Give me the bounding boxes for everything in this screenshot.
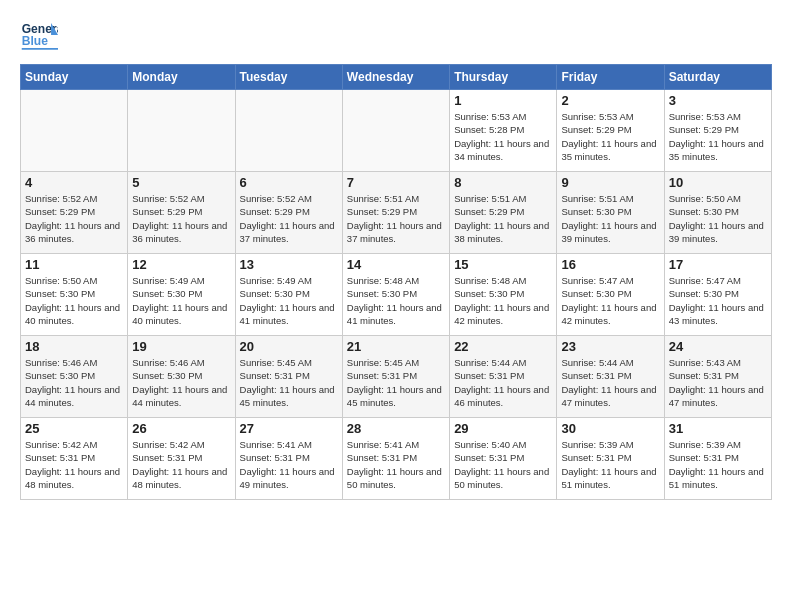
calendar-cell: 24Sunrise: 5:43 AM Sunset: 5:31 PM Dayli… bbox=[664, 336, 771, 418]
calendar-cell: 20Sunrise: 5:45 AM Sunset: 5:31 PM Dayli… bbox=[235, 336, 342, 418]
day-number: 6 bbox=[240, 175, 338, 190]
calendar-cell: 22Sunrise: 5:44 AM Sunset: 5:31 PM Dayli… bbox=[450, 336, 557, 418]
calendar-cell: 11Sunrise: 5:50 AM Sunset: 5:30 PM Dayli… bbox=[21, 254, 128, 336]
day-info: Sunrise: 5:49 AM Sunset: 5:30 PM Dayligh… bbox=[240, 274, 338, 327]
weekday-header-row: SundayMondayTuesdayWednesdayThursdayFrid… bbox=[21, 65, 772, 90]
day-info: Sunrise: 5:43 AM Sunset: 5:31 PM Dayligh… bbox=[669, 356, 767, 409]
calendar-cell: 9Sunrise: 5:51 AM Sunset: 5:30 PM Daylig… bbox=[557, 172, 664, 254]
calendar-cell: 1Sunrise: 5:53 AM Sunset: 5:28 PM Daylig… bbox=[450, 90, 557, 172]
day-number: 1 bbox=[454, 93, 552, 108]
day-number: 3 bbox=[669, 93, 767, 108]
day-info: Sunrise: 5:39 AM Sunset: 5:31 PM Dayligh… bbox=[669, 438, 767, 491]
calendar-cell: 13Sunrise: 5:49 AM Sunset: 5:30 PM Dayli… bbox=[235, 254, 342, 336]
week-row-1: 1Sunrise: 5:53 AM Sunset: 5:28 PM Daylig… bbox=[21, 90, 772, 172]
day-number: 30 bbox=[561, 421, 659, 436]
day-number: 11 bbox=[25, 257, 123, 272]
day-number: 10 bbox=[669, 175, 767, 190]
day-number: 26 bbox=[132, 421, 230, 436]
weekday-header-saturday: Saturday bbox=[664, 65, 771, 90]
calendar-cell: 17Sunrise: 5:47 AM Sunset: 5:30 PM Dayli… bbox=[664, 254, 771, 336]
calendar-cell: 8Sunrise: 5:51 AM Sunset: 5:29 PM Daylig… bbox=[450, 172, 557, 254]
day-info: Sunrise: 5:53 AM Sunset: 5:29 PM Dayligh… bbox=[561, 110, 659, 163]
calendar-cell: 2Sunrise: 5:53 AM Sunset: 5:29 PM Daylig… bbox=[557, 90, 664, 172]
calendar-cell: 16Sunrise: 5:47 AM Sunset: 5:30 PM Dayli… bbox=[557, 254, 664, 336]
weekday-header-wednesday: Wednesday bbox=[342, 65, 449, 90]
day-number: 19 bbox=[132, 339, 230, 354]
day-info: Sunrise: 5:51 AM Sunset: 5:29 PM Dayligh… bbox=[454, 192, 552, 245]
calendar-cell: 19Sunrise: 5:46 AM Sunset: 5:30 PM Dayli… bbox=[128, 336, 235, 418]
day-info: Sunrise: 5:48 AM Sunset: 5:30 PM Dayligh… bbox=[347, 274, 445, 327]
week-row-2: 4Sunrise: 5:52 AM Sunset: 5:29 PM Daylig… bbox=[21, 172, 772, 254]
day-number: 20 bbox=[240, 339, 338, 354]
day-info: Sunrise: 5:51 AM Sunset: 5:29 PM Dayligh… bbox=[347, 192, 445, 245]
day-number: 5 bbox=[132, 175, 230, 190]
day-info: Sunrise: 5:45 AM Sunset: 5:31 PM Dayligh… bbox=[347, 356, 445, 409]
calendar-cell bbox=[235, 90, 342, 172]
weekday-header-monday: Monday bbox=[128, 65, 235, 90]
calendar-cell: 25Sunrise: 5:42 AM Sunset: 5:31 PM Dayli… bbox=[21, 418, 128, 500]
day-info: Sunrise: 5:47 AM Sunset: 5:30 PM Dayligh… bbox=[561, 274, 659, 327]
day-number: 21 bbox=[347, 339, 445, 354]
calendar-cell: 10Sunrise: 5:50 AM Sunset: 5:30 PM Dayli… bbox=[664, 172, 771, 254]
day-info: Sunrise: 5:50 AM Sunset: 5:30 PM Dayligh… bbox=[669, 192, 767, 245]
page: General Blue SundayMondayTuesdayWednesda… bbox=[0, 0, 792, 612]
calendar-cell: 5Sunrise: 5:52 AM Sunset: 5:29 PM Daylig… bbox=[128, 172, 235, 254]
calendar-cell: 21Sunrise: 5:45 AM Sunset: 5:31 PM Dayli… bbox=[342, 336, 449, 418]
day-number: 17 bbox=[669, 257, 767, 272]
logo: General Blue bbox=[20, 16, 62, 54]
calendar-cell: 12Sunrise: 5:49 AM Sunset: 5:30 PM Dayli… bbox=[128, 254, 235, 336]
day-number: 16 bbox=[561, 257, 659, 272]
calendar-cell: 30Sunrise: 5:39 AM Sunset: 5:31 PM Dayli… bbox=[557, 418, 664, 500]
week-row-4: 18Sunrise: 5:46 AM Sunset: 5:30 PM Dayli… bbox=[21, 336, 772, 418]
day-info: Sunrise: 5:53 AM Sunset: 5:28 PM Dayligh… bbox=[454, 110, 552, 163]
day-number: 7 bbox=[347, 175, 445, 190]
day-info: Sunrise: 5:44 AM Sunset: 5:31 PM Dayligh… bbox=[454, 356, 552, 409]
weekday-header-tuesday: Tuesday bbox=[235, 65, 342, 90]
calendar-cell: 18Sunrise: 5:46 AM Sunset: 5:30 PM Dayli… bbox=[21, 336, 128, 418]
calendar-cell: 26Sunrise: 5:42 AM Sunset: 5:31 PM Dayli… bbox=[128, 418, 235, 500]
calendar-cell: 3Sunrise: 5:53 AM Sunset: 5:29 PM Daylig… bbox=[664, 90, 771, 172]
calendar-cell: 14Sunrise: 5:48 AM Sunset: 5:30 PM Dayli… bbox=[342, 254, 449, 336]
day-info: Sunrise: 5:53 AM Sunset: 5:29 PM Dayligh… bbox=[669, 110, 767, 163]
day-number: 22 bbox=[454, 339, 552, 354]
day-info: Sunrise: 5:41 AM Sunset: 5:31 PM Dayligh… bbox=[347, 438, 445, 491]
day-number: 2 bbox=[561, 93, 659, 108]
day-info: Sunrise: 5:39 AM Sunset: 5:31 PM Dayligh… bbox=[561, 438, 659, 491]
calendar-cell bbox=[128, 90, 235, 172]
day-number: 23 bbox=[561, 339, 659, 354]
day-number: 29 bbox=[454, 421, 552, 436]
calendar-table: SundayMondayTuesdayWednesdayThursdayFrid… bbox=[20, 64, 772, 500]
calendar-cell: 6Sunrise: 5:52 AM Sunset: 5:29 PM Daylig… bbox=[235, 172, 342, 254]
calendar-cell bbox=[21, 90, 128, 172]
calendar-cell: 7Sunrise: 5:51 AM Sunset: 5:29 PM Daylig… bbox=[342, 172, 449, 254]
calendar-cell: 31Sunrise: 5:39 AM Sunset: 5:31 PM Dayli… bbox=[664, 418, 771, 500]
day-number: 4 bbox=[25, 175, 123, 190]
day-number: 25 bbox=[25, 421, 123, 436]
day-number: 28 bbox=[347, 421, 445, 436]
day-info: Sunrise: 5:51 AM Sunset: 5:30 PM Dayligh… bbox=[561, 192, 659, 245]
weekday-header-thursday: Thursday bbox=[450, 65, 557, 90]
day-number: 31 bbox=[669, 421, 767, 436]
day-number: 15 bbox=[454, 257, 552, 272]
day-info: Sunrise: 5:46 AM Sunset: 5:30 PM Dayligh… bbox=[25, 356, 123, 409]
day-info: Sunrise: 5:49 AM Sunset: 5:30 PM Dayligh… bbox=[132, 274, 230, 327]
svg-text:Blue: Blue bbox=[22, 34, 48, 48]
week-row-3: 11Sunrise: 5:50 AM Sunset: 5:30 PM Dayli… bbox=[21, 254, 772, 336]
day-info: Sunrise: 5:52 AM Sunset: 5:29 PM Dayligh… bbox=[132, 192, 230, 245]
day-number: 9 bbox=[561, 175, 659, 190]
day-number: 24 bbox=[669, 339, 767, 354]
day-info: Sunrise: 5:52 AM Sunset: 5:29 PM Dayligh… bbox=[240, 192, 338, 245]
day-info: Sunrise: 5:44 AM Sunset: 5:31 PM Dayligh… bbox=[561, 356, 659, 409]
day-info: Sunrise: 5:45 AM Sunset: 5:31 PM Dayligh… bbox=[240, 356, 338, 409]
day-number: 13 bbox=[240, 257, 338, 272]
calendar-cell: 4Sunrise: 5:52 AM Sunset: 5:29 PM Daylig… bbox=[21, 172, 128, 254]
logo-icon: General Blue bbox=[20, 16, 58, 54]
day-number: 27 bbox=[240, 421, 338, 436]
day-info: Sunrise: 5:42 AM Sunset: 5:31 PM Dayligh… bbox=[25, 438, 123, 491]
day-info: Sunrise: 5:42 AM Sunset: 5:31 PM Dayligh… bbox=[132, 438, 230, 491]
day-info: Sunrise: 5:48 AM Sunset: 5:30 PM Dayligh… bbox=[454, 274, 552, 327]
weekday-header-friday: Friday bbox=[557, 65, 664, 90]
day-info: Sunrise: 5:40 AM Sunset: 5:31 PM Dayligh… bbox=[454, 438, 552, 491]
header: General Blue bbox=[20, 16, 772, 54]
day-info: Sunrise: 5:50 AM Sunset: 5:30 PM Dayligh… bbox=[25, 274, 123, 327]
